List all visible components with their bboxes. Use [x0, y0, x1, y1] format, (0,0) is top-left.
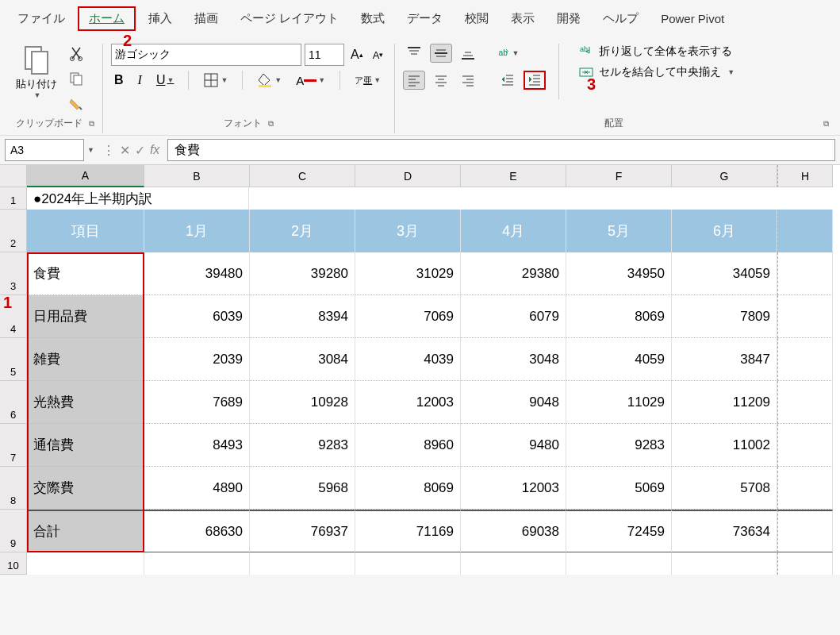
data-cell[interactable]: 3048	[461, 338, 566, 381]
data-cell[interactable]: 72459	[566, 510, 672, 552]
cell[interactable]	[777, 510, 833, 552]
data-cell[interactable]: 39280	[250, 252, 355, 295]
data-cell[interactable]: 34950	[566, 252, 672, 295]
header-cell[interactable]: 6月	[672, 210, 777, 252]
row-label-cell[interactable]: 通信費	[27, 424, 144, 467]
row-header-3[interactable]: 3	[0, 252, 27, 295]
align-right-button[interactable]	[457, 71, 479, 90]
menu-power-pivot[interactable]: Power Pivot	[651, 9, 734, 29]
data-cell[interactable]: 71169	[355, 510, 461, 552]
font-name-select[interactable]	[111, 44, 301, 66]
align-top-button[interactable]	[403, 44, 425, 63]
data-cell[interactable]: 6079	[461, 295, 566, 338]
data-cell[interactable]: 4039	[355, 338, 461, 381]
cell[interactable]	[144, 552, 250, 575]
increase-indent-button[interactable]	[524, 71, 546, 90]
menu-page-layout[interactable]: ページ レイアウト	[231, 8, 348, 29]
align-left-button[interactable]	[403, 71, 425, 90]
bold-button[interactable]: B	[111, 71, 127, 89]
header-cell[interactable]: 4月	[461, 210, 566, 252]
col-header-B[interactable]: B	[144, 165, 250, 187]
italic-button[interactable]: I	[135, 71, 145, 89]
menu-view[interactable]: 表示	[501, 8, 544, 29]
data-cell[interactable]: 34059	[672, 252, 777, 295]
data-cell[interactable]: 10928	[250, 381, 355, 424]
data-cell[interactable]: 39480	[144, 252, 250, 295]
cell[interactable]	[777, 252, 833, 295]
phonetic-button[interactable]: ア亜▼	[351, 75, 384, 87]
data-cell[interactable]: 5708	[672, 467, 777, 510]
data-cell[interactable]: 11209	[672, 381, 777, 424]
data-cell[interactable]: 9048	[461, 381, 566, 424]
data-cell[interactable]: 3847	[672, 338, 777, 381]
data-cell[interactable]: 4059	[566, 338, 672, 381]
cell[interactable]	[777, 424, 833, 467]
data-cell[interactable]: 7069	[355, 295, 461, 338]
data-cell[interactable]: 8069	[355, 467, 461, 510]
data-cell[interactable]: 73634	[672, 510, 777, 552]
row-label-cell[interactable]: 交際費	[27, 467, 144, 510]
data-cell[interactable]: 9283	[250, 424, 355, 467]
menu-review[interactable]: 校閲	[455, 8, 498, 29]
data-cell[interactable]: 12003	[355, 381, 461, 424]
fx-icon[interactable]: fx	[150, 143, 159, 157]
cell[interactable]	[777, 381, 833, 424]
row-header-9[interactable]: 9	[0, 510, 27, 552]
dialog-launcher-icon[interactable]: ⧉	[268, 119, 274, 129]
formula-input[interactable]	[167, 139, 835, 161]
cell[interactable]	[27, 552, 144, 575]
header-cell[interactable]: 1月	[144, 210, 250, 252]
menu-formulas[interactable]: 数式	[351, 8, 394, 29]
row-label-cell[interactable]: 日用品費	[27, 295, 144, 338]
confirm-icon[interactable]: ✓	[135, 143, 145, 158]
col-header-E[interactable]: E	[461, 165, 566, 187]
cell[interactable]	[461, 552, 566, 575]
header-cell[interactable]: 3月	[355, 210, 461, 252]
header-cell[interactable]: 5月	[566, 210, 672, 252]
cell[interactable]	[672, 552, 777, 575]
menu-help[interactable]: ヘルプ	[593, 8, 648, 29]
font-size-select[interactable]	[305, 44, 344, 66]
row-header-5[interactable]: 5	[0, 338, 27, 381]
cell[interactable]	[777, 552, 833, 575]
chevron-down-icon[interactable]: ▼	[87, 146, 94, 154]
cell[interactable]	[777, 467, 833, 510]
data-cell[interactable]: 9480	[461, 424, 566, 467]
header-cell[interactable]: 2月	[250, 210, 355, 252]
formula-more-icon[interactable]: ⋮	[102, 143, 115, 158]
menu-draw[interactable]: 描画	[185, 8, 228, 29]
data-cell[interactable]: 69038	[461, 510, 566, 552]
data-cell[interactable]: 11029	[566, 381, 672, 424]
menu-developer[interactable]: 開発	[547, 8, 590, 29]
row-header-10[interactable]: 10	[0, 552, 27, 575]
row-header-8[interactable]: 8	[0, 467, 27, 510]
menu-data[interactable]: データ	[397, 8, 452, 29]
menu-home[interactable]: ホーム	[78, 6, 136, 31]
wrap-text-button[interactable]: ab 折り返して全体を表示する	[578, 44, 735, 60]
row-label-cell[interactable]: 雑費	[27, 338, 144, 381]
col-header-G[interactable]: G	[672, 165, 777, 187]
data-cell[interactable]: 11002	[672, 424, 777, 467]
merge-center-button[interactable]: セルを結合して中央揃え ▼	[578, 64, 735, 80]
decrease-indent-button[interactable]	[497, 71, 519, 90]
select-all-corner[interactable]	[0, 165, 27, 187]
data-cell[interactable]: 8394	[250, 295, 355, 338]
align-middle-button[interactable]	[430, 44, 452, 63]
format-painter-button[interactable]	[65, 94, 87, 114]
col-header-A[interactable]: A	[27, 165, 144, 187]
menu-insert[interactable]: 挿入	[139, 8, 182, 29]
data-cell[interactable]: 6039	[144, 295, 250, 338]
data-cell[interactable]: 4890	[144, 467, 250, 510]
underline-button[interactable]: U▼	[153, 71, 177, 89]
data-cell[interactable]: 8960	[355, 424, 461, 467]
data-cell[interactable]: 8493	[144, 424, 250, 467]
menu-file[interactable]: ファイル	[8, 8, 75, 29]
font-color-button[interactable]: A▼	[293, 72, 328, 89]
data-cell[interactable]: 12003	[461, 467, 566, 510]
paste-button[interactable]: 貼り付け ▼	[16, 44, 57, 99]
copy-button[interactable]	[65, 69, 87, 88]
data-cell[interactable]: 7809	[672, 295, 777, 338]
cut-button[interactable]	[65, 44, 87, 63]
cell[interactable]	[250, 552, 355, 575]
data-cell[interactable]: 7689	[144, 381, 250, 424]
